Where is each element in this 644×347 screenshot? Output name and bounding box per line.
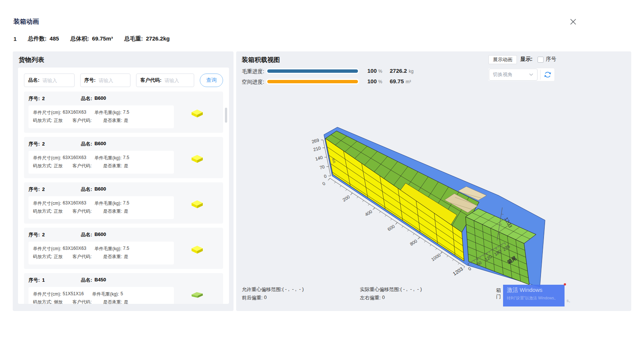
svg-text:1000: 1000 [430,252,442,262]
end-block-top [466,209,536,243]
summary-bar: 1 总件数:485 总体积:69.75m³ 总毛重:2726.2kg [13,35,170,42]
item-serial: 1 [42,277,45,283]
item-bearing: 是 [124,163,128,169]
chevron-down-icon [529,73,533,76]
item-weight: 7.5 [123,155,129,161]
left-right-bias: 左右偏重: 0 [360,294,385,301]
cargo-box-icon [191,109,204,118]
close-icon[interactable] [570,18,577,25]
list-scrollbar[interactable] [225,108,227,123]
play-animation-button[interactable]: 展示动画 [488,55,517,64]
item-bearing: 是 [124,117,128,124]
svg-text:0: 0 [321,181,326,187]
serial-filter-input[interactable] [98,77,126,84]
name-filter-label: 品名: [28,77,39,84]
pallet [458,186,487,200]
item-header: 序号: 2 品名: B600 [28,186,219,193]
customer-filter-input[interactable] [164,77,190,84]
item-bearing: 是 [124,254,128,260]
cargo-box-icon [191,154,204,163]
customer-filter-label: 客户代码: [140,77,161,84]
item-stack-mode: 侧放 [54,299,63,304]
item-size: 63X160X63 [63,155,86,161]
serial-display-checkbox[interactable] [538,57,544,63]
svg-text:0: 0 [323,173,327,179]
container-3d-view[interactable]: 070140210269箱高02004006008001000120306012… [236,111,631,303]
item-serial: 2 [42,186,45,192]
search-button[interactable]: 查询 [200,74,223,87]
serial-checkbox-label: 序号 [546,56,556,63]
item-detail: 单件尺寸(cm): 63X160X63 单件毛重(kg): 7.5 码放方式: … [28,196,174,219]
svg-text:140: 140 [315,155,323,162]
serial-filter-label: 序号: [84,77,96,84]
item-stack-mode: 正放 [54,163,63,169]
cargo-top-face [325,131,479,232]
svg-text:1203: 1203 [452,266,464,276]
refresh-view-button[interactable] [541,71,554,79]
item-header: 序号: 1 品名: B450 [28,277,219,284]
item-detail: 单件尺寸(cm): 63X160X63 单件毛重(kg): 7.5 码放方式: … [28,242,174,264]
serial-filter-field[interactable]: 序号: [80,74,131,87]
svg-text:1203: 1203 [503,216,514,229]
item-size: 63X160X63 [63,110,86,116]
list-item[interactable]: 序号: 2 品名: B600 单件尺寸(cm): 63X160X63 单件毛重(… [24,182,223,224]
list-item[interactable]: 序号: 2 品名: B600 单件尺寸(cm): 63X160X63 单件毛重(… [24,137,223,178]
item-header: 序号: 2 品名: B600 [28,231,219,238]
item-header: 序号: 2 品名: B600 [28,141,219,147]
weight-progress-label: 毛重进度: [242,68,264,75]
space-progress-bar [266,79,359,84]
cargo-list-panel: 货物列表 品名: 序号: 客户代码: 查询 序号: [13,51,234,311]
svg-text:0: 0 [467,266,472,272]
load-view-title: 装箱积载视图 [242,56,280,64]
weight-progress-bar [266,68,359,74]
windows-activation-watermark: 激活 Windows 转到“设置”以激活 Windows。 s。 [503,285,565,306]
svg-text:70: 70 [319,164,325,170]
weight-progress-fill [267,69,358,73]
item-serial: 2 [42,232,45,237]
cargo-card: 品名: 序号: 客户代码: 查询 序号: 2 品名: [18,68,229,304]
item-name: B600 [94,95,106,102]
top-yellow-strip [400,183,457,225]
item-name: B450 [94,277,106,284]
page-title: 装箱动画 [13,17,39,26]
refresh-icon [544,71,552,79]
space-progress-label: 空间进度: [242,79,264,86]
space-progress-fill [267,80,358,83]
svg-text:180: 180 [493,248,503,257]
item-bearing: 是 [124,208,128,215]
cargo-box-icon [190,291,204,299]
item-detail: 单件尺寸(cm): 63X160X63 单件毛重(kg): 7.5 码放方式: … [28,151,174,174]
svg-text:210: 210 [313,145,321,152]
list-item[interactable]: 序号: 2 品名: B600 单件尺寸(cm): 63X160X63 单件毛重(… [24,92,223,133]
item-detail: 单件尺寸(cm): 63X160X63 单件毛重(kg): 7.5 码放方式: … [28,105,174,128]
item-size: 63X160X63 [63,246,86,252]
list-item[interactable]: 序号: 1 品名: B450 单件尺寸(cm): 51X51X16 单件毛重(k… [24,273,223,304]
svg-text:120: 120 [484,254,493,263]
item-detail: 单件尺寸(cm): 51X51X16 单件毛重(kg): 5 码放方式: 侧放 … [28,287,174,304]
cargo-box-icon [191,245,204,254]
item-weight: 7.5 [123,110,129,116]
name-filter-input[interactable] [42,77,70,84]
total-weight: 总毛重:2726.2kg [124,35,169,42]
svg-text:269: 269 [311,137,320,144]
container-shell [324,127,545,287]
container-index: 1 [13,36,16,42]
svg-text:235: 235 [502,243,511,252]
actual-offset: 实际重心偏移范围:( - , - , - ) [360,286,422,293]
customer-filter-field[interactable]: 客户代码: [136,74,194,87]
name-filter-field[interactable]: 品名: [24,74,75,87]
list-item[interactable]: 序号: 2 品名: B600 单件尺寸(cm): 63X160X63 单件毛重(… [24,228,223,269]
item-stack-mode: 正放 [54,117,63,124]
cargo-list: 序号: 2 品名: B600 单件尺寸(cm): 63X160X63 单件毛重(… [24,92,223,304]
svg-text:600: 600 [386,224,396,232]
space-progress-values: 100% 69.75m³ [367,78,411,84]
item-name: B600 [94,141,106,147]
view-controls: 切换视角 [488,68,555,81]
view-angle-select[interactable]: 切换视角 [489,69,538,81]
end-block-front [466,217,529,285]
item-weight: 7.5 [123,246,129,252]
total-volume: 总体积:69.75m³ [70,35,113,42]
item-name: B600 [94,231,106,238]
item-weight: 5 [120,291,123,297]
item-serial: 2 [42,141,45,147]
